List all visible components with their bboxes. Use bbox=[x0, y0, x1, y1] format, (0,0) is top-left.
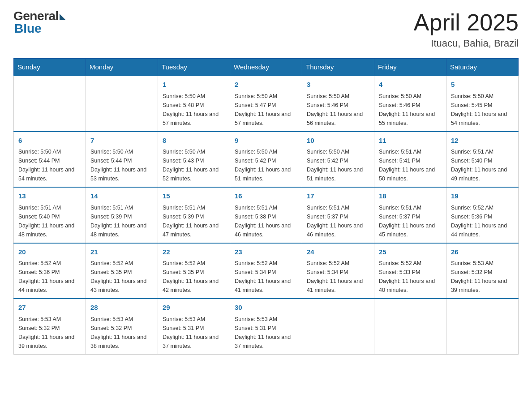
day-number: 24 bbox=[307, 247, 369, 257]
calendar-cell: 3Sunrise: 5:50 AMSunset: 5:46 PMDaylight… bbox=[302, 76, 374, 132]
day-info: Sunrise: 5:50 AMSunset: 5:42 PMDaylight:… bbox=[307, 147, 369, 183]
calendar-cell: 8Sunrise: 5:50 AMSunset: 5:43 PMDaylight… bbox=[158, 132, 230, 188]
day-number: 13 bbox=[18, 191, 81, 201]
calendar-cell bbox=[14, 76, 86, 132]
day-number: 27 bbox=[18, 303, 81, 313]
calendar-cell: 25Sunrise: 5:52 AMSunset: 5:33 PMDayligh… bbox=[374, 243, 446, 299]
logo: General Blue bbox=[13, 9, 66, 36]
calendar-day-header: Tuesday bbox=[158, 59, 230, 76]
day-number: 9 bbox=[235, 136, 297, 146]
day-info: Sunrise: 5:52 AMSunset: 5:34 PMDaylight:… bbox=[307, 259, 369, 295]
day-number: 21 bbox=[90, 247, 153, 257]
day-info: Sunrise: 5:50 AMSunset: 5:44 PMDaylight:… bbox=[18, 147, 81, 183]
day-info: Sunrise: 5:50 AMSunset: 5:44 PMDaylight:… bbox=[90, 147, 153, 183]
calendar-cell: 22Sunrise: 5:52 AMSunset: 5:35 PMDayligh… bbox=[158, 243, 230, 299]
calendar-cell: 17Sunrise: 5:51 AMSunset: 5:37 PMDayligh… bbox=[302, 187, 374, 243]
day-number: 30 bbox=[235, 303, 297, 313]
day-info: Sunrise: 5:50 AMSunset: 5:46 PMDaylight:… bbox=[379, 92, 442, 128]
day-info: Sunrise: 5:52 AMSunset: 5:35 PMDaylight:… bbox=[163, 259, 225, 295]
day-number: 6 bbox=[18, 136, 81, 146]
calendar-day-header: Wednesday bbox=[230, 59, 302, 76]
day-info: Sunrise: 5:52 AMSunset: 5:36 PMDaylight:… bbox=[18, 259, 81, 295]
day-info: Sunrise: 5:50 AMSunset: 5:46 PMDaylight:… bbox=[307, 92, 369, 128]
day-info: Sunrise: 5:52 AMSunset: 5:35 PMDaylight:… bbox=[90, 259, 153, 295]
day-number: 3 bbox=[307, 80, 369, 90]
day-info: Sunrise: 5:52 AMSunset: 5:34 PMDaylight:… bbox=[235, 259, 297, 295]
day-info: Sunrise: 5:51 AMSunset: 5:40 PMDaylight:… bbox=[451, 147, 514, 183]
calendar-cell: 5Sunrise: 5:50 AMSunset: 5:45 PMDaylight… bbox=[446, 76, 519, 132]
calendar-day-header: Saturday bbox=[446, 59, 519, 76]
calendar-table: SundayMondayTuesdayWednesdayThursdayFrid… bbox=[13, 58, 519, 355]
page-header: General Blue April 2025 Ituacu, Bahia, B… bbox=[13, 9, 519, 49]
day-number: 17 bbox=[307, 191, 369, 201]
day-info: Sunrise: 5:50 AMSunset: 5:42 PMDaylight:… bbox=[235, 147, 297, 183]
day-info: Sunrise: 5:50 AMSunset: 5:45 PMDaylight:… bbox=[451, 92, 514, 128]
day-number: 14 bbox=[90, 191, 153, 201]
calendar-cell: 14Sunrise: 5:51 AMSunset: 5:39 PMDayligh… bbox=[86, 187, 158, 243]
calendar-cell bbox=[86, 76, 158, 132]
day-info: Sunrise: 5:53 AMSunset: 5:31 PMDaylight:… bbox=[163, 315, 225, 351]
calendar-week-row: 1Sunrise: 5:50 AMSunset: 5:48 PMDaylight… bbox=[14, 76, 519, 132]
calendar-cell: 6Sunrise: 5:50 AMSunset: 5:44 PMDaylight… bbox=[14, 132, 86, 188]
calendar-cell: 24Sunrise: 5:52 AMSunset: 5:34 PMDayligh… bbox=[302, 243, 374, 299]
calendar-cell: 27Sunrise: 5:53 AMSunset: 5:32 PMDayligh… bbox=[14, 299, 86, 354]
day-number: 18 bbox=[379, 191, 442, 201]
calendar-cell: 30Sunrise: 5:53 AMSunset: 5:31 PMDayligh… bbox=[230, 299, 302, 354]
calendar-cell: 20Sunrise: 5:52 AMSunset: 5:36 PMDayligh… bbox=[14, 243, 86, 299]
calendar-cell: 16Sunrise: 5:51 AMSunset: 5:38 PMDayligh… bbox=[230, 187, 302, 243]
day-number: 10 bbox=[307, 136, 369, 146]
calendar-week-row: 13Sunrise: 5:51 AMSunset: 5:40 PMDayligh… bbox=[14, 187, 519, 243]
day-info: Sunrise: 5:52 AMSunset: 5:36 PMDaylight:… bbox=[451, 203, 514, 239]
day-number: 28 bbox=[90, 303, 153, 313]
calendar-week-row: 20Sunrise: 5:52 AMSunset: 5:36 PMDayligh… bbox=[14, 243, 519, 299]
location-subtitle: Ituacu, Bahia, Brazil bbox=[414, 38, 519, 49]
calendar-cell bbox=[374, 299, 446, 354]
day-info: Sunrise: 5:51 AMSunset: 5:40 PMDaylight:… bbox=[18, 203, 81, 239]
calendar-cell: 21Sunrise: 5:52 AMSunset: 5:35 PMDayligh… bbox=[86, 243, 158, 299]
day-number: 12 bbox=[451, 136, 514, 146]
calendar-cell: 15Sunrise: 5:51 AMSunset: 5:39 PMDayligh… bbox=[158, 187, 230, 243]
day-info: Sunrise: 5:51 AMSunset: 5:39 PMDaylight:… bbox=[90, 203, 153, 239]
day-info: Sunrise: 5:51 AMSunset: 5:41 PMDaylight:… bbox=[379, 147, 442, 183]
calendar-cell: 4Sunrise: 5:50 AMSunset: 5:46 PMDaylight… bbox=[374, 76, 446, 132]
day-number: 23 bbox=[235, 247, 297, 257]
calendar-day-header: Sunday bbox=[14, 59, 86, 76]
calendar-cell: 7Sunrise: 5:50 AMSunset: 5:44 PMDaylight… bbox=[86, 132, 158, 188]
logo-blue-text: Blue bbox=[14, 21, 42, 36]
day-number: 25 bbox=[379, 247, 442, 257]
calendar-cell: 13Sunrise: 5:51 AMSunset: 5:40 PMDayligh… bbox=[14, 187, 86, 243]
day-number: 19 bbox=[451, 191, 514, 201]
day-number: 2 bbox=[235, 80, 297, 90]
calendar-cell bbox=[446, 299, 519, 354]
day-info: Sunrise: 5:53 AMSunset: 5:32 PMDaylight:… bbox=[90, 315, 153, 351]
title-section: April 2025 Ituacu, Bahia, Brazil bbox=[414, 9, 519, 49]
day-number: 7 bbox=[90, 136, 153, 146]
calendar-day-header: Friday bbox=[374, 59, 446, 76]
month-year-title: April 2025 bbox=[414, 9, 519, 36]
day-info: Sunrise: 5:51 AMSunset: 5:38 PMDaylight:… bbox=[235, 203, 297, 239]
day-number: 1 bbox=[163, 80, 225, 90]
calendar-cell: 1Sunrise: 5:50 AMSunset: 5:48 PMDaylight… bbox=[158, 76, 230, 132]
calendar-cell: 26Sunrise: 5:53 AMSunset: 5:32 PMDayligh… bbox=[446, 243, 519, 299]
calendar-cell: 9Sunrise: 5:50 AMSunset: 5:42 PMDaylight… bbox=[230, 132, 302, 188]
day-number: 4 bbox=[379, 80, 442, 90]
day-info: Sunrise: 5:52 AMSunset: 5:33 PMDaylight:… bbox=[379, 259, 442, 295]
calendar-cell: 10Sunrise: 5:50 AMSunset: 5:42 PMDayligh… bbox=[302, 132, 374, 188]
calendar-cell: 18Sunrise: 5:51 AMSunset: 5:37 PMDayligh… bbox=[374, 187, 446, 243]
day-number: 8 bbox=[163, 136, 225, 146]
day-number: 11 bbox=[379, 136, 442, 146]
day-number: 22 bbox=[163, 247, 225, 257]
calendar-week-row: 6Sunrise: 5:50 AMSunset: 5:44 PMDaylight… bbox=[14, 132, 519, 188]
day-number: 26 bbox=[451, 247, 514, 257]
day-number: 16 bbox=[235, 191, 297, 201]
calendar-week-row: 27Sunrise: 5:53 AMSunset: 5:32 PMDayligh… bbox=[14, 299, 519, 354]
calendar-cell: 2Sunrise: 5:50 AMSunset: 5:47 PMDaylight… bbox=[230, 76, 302, 132]
day-number: 29 bbox=[163, 303, 225, 313]
day-info: Sunrise: 5:53 AMSunset: 5:31 PMDaylight:… bbox=[235, 315, 297, 351]
day-info: Sunrise: 5:51 AMSunset: 5:39 PMDaylight:… bbox=[163, 203, 225, 239]
day-info: Sunrise: 5:51 AMSunset: 5:37 PMDaylight:… bbox=[307, 203, 369, 239]
day-info: Sunrise: 5:50 AMSunset: 5:43 PMDaylight:… bbox=[163, 147, 225, 183]
logo-arrow-icon bbox=[60, 14, 66, 20]
day-number: 15 bbox=[163, 191, 225, 201]
calendar-header-row: SundayMondayTuesdayWednesdayThursdayFrid… bbox=[14, 59, 519, 76]
